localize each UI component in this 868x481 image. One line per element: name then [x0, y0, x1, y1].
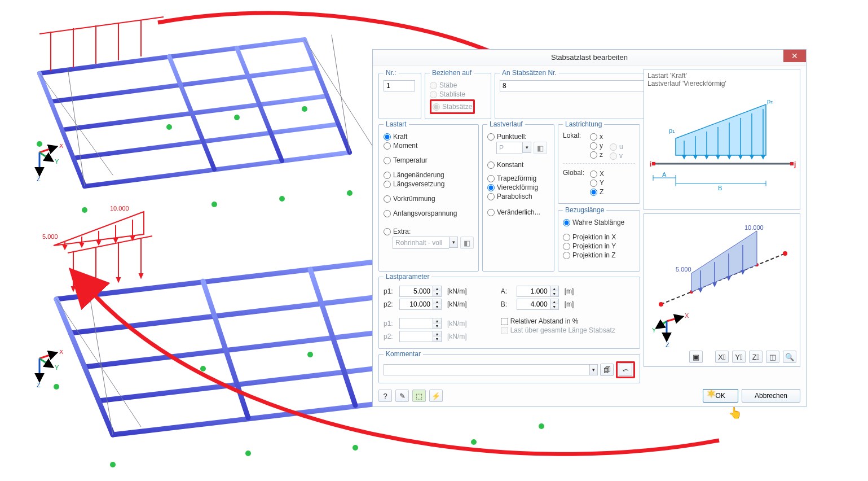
spin-up-icon[interactable]: ▲ [433, 299, 441, 304]
svg-marker-99 [705, 155, 708, 159]
radio-stabsaetze[interactable]: Stabsätze [433, 103, 472, 111]
view-z-icon[interactable]: Z⃣ [749, 351, 763, 363]
B-input[interactable] [517, 299, 550, 310]
highlight-stabsaetze: Stabsätze [430, 99, 475, 114]
axis-x-label: X [59, 144, 64, 149]
p2-input[interactable] [399, 299, 433, 310]
svg-rect-111 [652, 162, 655, 165]
svg-marker-93 [676, 104, 766, 155]
chevron-down-icon[interactable]: ▾ [589, 364, 598, 375]
view-search-icon[interactable]: 🔍 [783, 351, 796, 363]
calc-icon[interactable]: ⬚ [412, 390, 426, 402]
abbrechen-button[interactable]: Abbrechen [742, 389, 800, 403]
lastart-fieldset: Lastart Kraft Moment Temperatur Längenän… [378, 120, 479, 272]
radio-local-y[interactable]: y [590, 142, 603, 150]
radio-local-z[interactable]: z [590, 151, 603, 159]
load-diagram-svg: p₁ p₂ i j A B [647, 88, 797, 200]
kommentar-input[interactable] [384, 364, 589, 375]
radio-wahre[interactable]: Wahre Stablänge [563, 218, 635, 226]
radio-parabolisch[interactable]: Parabolisch [487, 193, 549, 200]
help-icon[interactable]: ? [378, 390, 392, 402]
radio-moment[interactable]: Moment [384, 142, 474, 150]
svg-line-34 [39, 147, 56, 152]
preview-lastart: Lastart 'Kraft' [647, 72, 796, 80]
radio-stabliste: Stabliste [430, 90, 486, 98]
svg-point-33 [347, 190, 353, 196]
lokal-label: Lokal: [563, 132, 587, 161]
radio-laengsversetzung[interactable]: Längsversetzung [384, 180, 474, 188]
nr-input[interactable] [384, 80, 415, 91]
radio-punktuell[interactable]: Punktuell: [487, 133, 549, 141]
load-diagram-preview: Lastart 'Kraft' Lastverlauf 'Viereckförm… [644, 69, 800, 210]
svg-point-82 [200, 366, 206, 371]
edit-icon[interactable]: ✎ [395, 390, 409, 402]
click-burst-icon: ✶ [706, 387, 716, 401]
spin-up-icon[interactable]: ▲ [550, 299, 558, 304]
svg-marker-124 [691, 231, 757, 292]
close-button[interactable]: ✕ [783, 50, 806, 62]
p2-label: p2: [384, 300, 396, 308]
load-value-1: 10.000 [110, 206, 129, 212]
svg-text:Z: Z [666, 342, 669, 348]
radio-staebe: Stäbe [430, 81, 486, 89]
radio-global-Z[interactable]: Z [590, 188, 604, 196]
lightning-icon[interactable]: ⚡ [429, 390, 443, 402]
view-mode-icon[interactable]: ▣ [689, 351, 703, 363]
radio-kraft[interactable]: Kraft [384, 133, 474, 141]
radio-projY[interactable]: Projektion in Y [563, 242, 635, 250]
radio-local-u: u [610, 143, 623, 151]
svg-line-134 [656, 321, 667, 328]
diag-p1: p₁ [669, 127, 675, 134]
p1b-input [399, 318, 433, 329]
p1-input[interactable] [399, 286, 433, 297]
preview-lastverlauf: Lastverlauf 'Viereckförmig' [647, 80, 796, 88]
p2-unit: [kN/m] [447, 300, 467, 308]
extra-combo [393, 237, 449, 249]
svg-rect-112 [790, 162, 794, 165]
radio-vorkruemmung[interactable]: Vorkrümmung [384, 195, 474, 203]
p1b-unit: [kN/m] [447, 320, 467, 327]
radio-viereckfoermig[interactable]: Viereckförmig [487, 183, 549, 191]
chk-relativer-abstand[interactable]: Relativer Abstand in % [501, 317, 615, 325]
p1b-label: p1: [384, 320, 396, 327]
chk-gesamte-laenge: Last über gesamte Länge Stabsatz [501, 326, 615, 334]
radio-veraenderlich[interactable]: Veränderlich... [487, 208, 549, 216]
spin-up-icon[interactable]: ▲ [550, 286, 558, 291]
spin-down-icon[interactable]: ▼ [433, 304, 441, 309]
spin-up-icon[interactable]: ▲ [433, 286, 441, 291]
radio-local-x[interactable]: x [590, 133, 603, 141]
nr-legend: Nr.: [384, 69, 399, 77]
kommentar-save-icon[interactable]: 🗐 [600, 364, 614, 376]
view-iso-icon[interactable]: ◫ [766, 351, 779, 363]
spin-down-icon[interactable]: ▼ [550, 304, 558, 309]
svg-point-83 [245, 451, 251, 456]
A-input[interactable] [517, 286, 550, 297]
apply-icon[interactable]: ⤺ [619, 364, 632, 376]
view-y-icon[interactable]: Y⃣ [732, 351, 746, 363]
radio-konstant[interactable]: Konstant [487, 161, 549, 169]
highlight-apply-icon: ⤺ [616, 361, 635, 378]
radio-global-Y[interactable]: Y [590, 179, 604, 187]
radio-extra[interactable]: Extra: [384, 228, 474, 235]
axis-triad-top: X Y Z [31, 144, 65, 183]
svg-marker-79 [139, 274, 143, 278]
radio-trapezfoermig[interactable]: Trapezförmig [487, 174, 549, 182]
svg-marker-103 [728, 155, 731, 159]
radio-global-X[interactable]: X [590, 170, 604, 178]
radio-laengenaenderung[interactable]: Längenänderung [384, 171, 474, 179]
radio-temperatur[interactable]: Temperatur [384, 156, 474, 164]
diag-B: B [718, 185, 722, 191]
svg-marker-130 [727, 277, 730, 280]
spin-down-icon[interactable]: ▼ [550, 291, 558, 296]
radio-anfangsvorspannung[interactable]: Anfangsvorspannung [384, 209, 474, 217]
svg-line-48 [56, 257, 417, 299]
view-x-icon[interactable]: X⃣ [715, 351, 729, 363]
edit-member-set-load-dialog: Stabsatzlast bearbeiten ✕ Nr.: Beziehen … [372, 49, 807, 407]
svg-point-85 [353, 445, 358, 451]
radio-projZ[interactable]: Projektion in Z [563, 251, 635, 259]
global-label: Global: [563, 169, 587, 197]
lastparameter-fieldset: Lastparameter p1: ▲▼ [kN/m] p2: ▲▼ [kN/m… [378, 273, 640, 349]
radio-projX[interactable]: Projektion in X [563, 233, 635, 241]
svg-marker-75 [94, 282, 98, 286]
spin-down-icon[interactable]: ▼ [433, 291, 441, 296]
